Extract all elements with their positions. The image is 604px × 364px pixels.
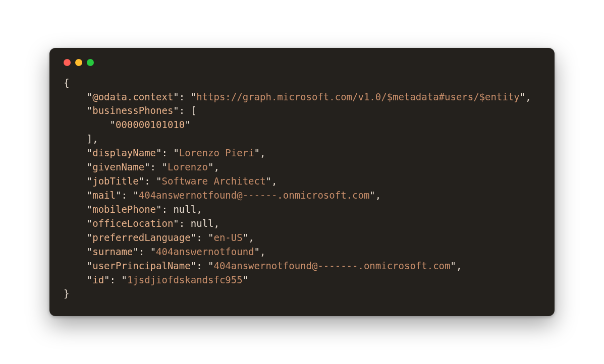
value-givenName: Lorenzo — [168, 161, 208, 172]
brace-open: { — [64, 77, 69, 88]
value-businessPhone0: 000000101010 — [116, 119, 185, 130]
key-mail: mail — [92, 190, 116, 201]
value-mobilePhone: null — [173, 204, 196, 215]
value-mail: 404answernotfound@------.onmicrosoft.com — [139, 190, 370, 201]
window-titlebar — [64, 59, 542, 76]
key-userPrincipalName: userPrincipalName — [92, 260, 190, 271]
code-window: { "@odata.context": "https://graph.micro… — [49, 48, 555, 317]
key-givenName: givenName — [92, 161, 144, 172]
value-officeLocation: null — [191, 218, 214, 229]
key-jobTitle: jobTitle — [92, 175, 139, 187]
key-mobilePhone: mobilePhone — [92, 204, 156, 215]
value-jobTitle: Software Architect — [162, 175, 266, 187]
zoom-icon[interactable] — [87, 59, 94, 66]
value-userPrincipalName: 404answernotfound@-------.onmicrosoft.co… — [213, 260, 450, 271]
bracket-open: [ — [191, 105, 196, 116]
value-surname: 404answernotfound — [156, 246, 254, 257]
key-businessPhones: businessPhones — [92, 105, 173, 116]
key-surname: surname — [92, 246, 133, 257]
key-id: id — [92, 274, 104, 285]
value-preferredLanguage: en-US — [213, 232, 242, 243]
value-id: 1jsdjiofdskandsfc955 — [127, 274, 243, 285]
key-preferredLanguage: preferredLanguage — [92, 232, 190, 243]
key-displayName: displayName — [92, 147, 156, 158]
minimize-icon[interactable] — [75, 59, 82, 66]
close-icon[interactable] — [64, 59, 71, 66]
brace-close: } — [64, 288, 69, 299]
key-officeLocation: officeLocation — [92, 218, 173, 229]
bracket-close: ] — [87, 133, 92, 144]
value-displayName: Lorenzo Pieri — [179, 147, 254, 158]
key-odata: @odata.context — [92, 91, 173, 102]
json-code-block: { "@odata.context": "https://graph.micro… — [64, 76, 542, 301]
value-odata: https://graph.microsoft.com/v1.0/$metada… — [196, 91, 520, 102]
